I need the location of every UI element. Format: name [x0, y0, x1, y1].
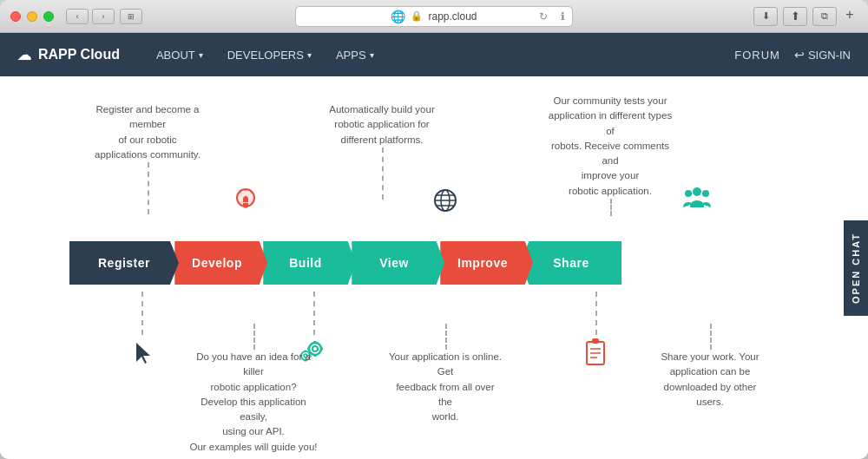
brand-name: RAPP Cloud: [38, 47, 120, 62]
titlebar-right: ⬇ ⬆ ⧉ +: [753, 7, 858, 26]
step-view[interactable]: View: [344, 241, 444, 285]
develop-icon-above: [198, 187, 293, 219]
lock-icon: 🔒: [411, 10, 423, 22]
share-button[interactable]: ⬆: [783, 7, 807, 26]
svg-point-10: [693, 187, 701, 196]
open-chat-button[interactable]: OPEN CHAT: [844, 220, 868, 316]
titlebar: ‹ › ⊞ 🌐 🔒 rapp.cloud ↻ ℹ ⬇ ⬆ ⧉ +: [0, 0, 868, 33]
share-icon-above: [658, 185, 736, 214]
tabs-button[interactable]: ⧉: [812, 7, 837, 26]
develop-bottom-desc: Do you have an idea for a killerrobotic …: [189, 350, 318, 455]
share-bottom-desc: Share your work. Yourapplication can bed…: [649, 350, 771, 410]
svg-point-11: [685, 190, 692, 197]
svg-line-3: [240, 192, 241, 193]
signin-link[interactable]: ↩ SIGN-IN: [794, 48, 851, 62]
apps-caret: ▾: [370, 50, 374, 60]
nav-developers[interactable]: DEVELOPERS ▾: [217, 43, 322, 67]
browser-window: ‹ › ⊞ 🌐 🔒 rapp.cloud ↻ ℹ ⬇ ⬆ ⧉ + ☁ RAPP …: [0, 0, 868, 459]
back-button[interactable]: ‹: [66, 9, 89, 24]
main-content: OPEN CHAT Register and become a memberof…: [0, 76, 868, 459]
improve-top-desc: Our community tests yourapplication in d…: [545, 94, 675, 199]
svg-rect-15: [314, 341, 317, 344]
nav-about[interactable]: ABOUT ▾: [146, 43, 214, 67]
close-button[interactable]: [10, 11, 21, 22]
browser-nav: ‹ ›: [66, 9, 115, 24]
build-bottom-line: [313, 292, 315, 335]
register-top-desc: Register and become a memberof our robot…: [87, 102, 208, 162]
steps-row: Register Develop Build View Improve: [69, 241, 621, 285]
window-button[interactable]: ⊞: [120, 9, 142, 24]
view-icon-above: [406, 187, 484, 217]
minimize-button[interactable]: [27, 11, 37, 22]
improve-icon-below: [545, 292, 646, 371]
navbar: ☁ RAPP Cloud ABOUT ▾ DEVELOPERS ▾ APPS ▾…: [0, 33, 868, 76]
developers-caret: ▾: [307, 50, 312, 60]
register-icon-below: [87, 292, 196, 370]
step-register[interactable]: Register: [69, 241, 179, 285]
refresh-icon[interactable]: ↻: [539, 10, 548, 23]
address-bar[interactable]: 🌐 🔒 rapp.cloud ↻ ℹ: [295, 6, 573, 27]
site-icon: 🌐: [391, 10, 405, 23]
traffic-lights: [10, 11, 54, 22]
svg-line-4: [251, 192, 253, 193]
improve-top-line: [610, 199, 612, 216]
brand[interactable]: ☁ RAPP Cloud: [17, 47, 120, 63]
forward-button[interactable]: ›: [92, 9, 115, 24]
view-bottom-desc: Your application is online. Getfeedback …: [389, 350, 502, 424]
step-share[interactable]: Share: [521, 241, 621, 285]
forum-link[interactable]: FORUM: [734, 49, 780, 62]
svg-rect-18: [320, 348, 323, 351]
download-button[interactable]: ⬇: [753, 7, 778, 26]
nav-links: ABOUT ▾ DEVELOPERS ▾ APPS ▾: [146, 43, 385, 67]
svg-rect-26: [592, 338, 599, 344]
svg-point-12: [702, 190, 709, 197]
build-top-desc: Automatically build yourrobotic applicat…: [321, 102, 443, 148]
view-bottom-line: [445, 324, 447, 350]
cloud-icon: ☁: [17, 47, 31, 63]
fullscreen-button[interactable]: [43, 11, 54, 22]
register-top-line: [148, 162, 149, 214]
info-icon[interactable]: ℹ: [561, 10, 565, 23]
improve-bottom-line: [595, 292, 597, 335]
build-top-line: [382, 148, 384, 200]
step-build[interactable]: Build: [255, 241, 356, 285]
develop-bottom-line: [253, 324, 255, 350]
nav-right: FORUM ↩ SIGN-IN: [734, 48, 851, 62]
step-improve[interactable]: Improve: [432, 241, 533, 285]
register-bottom-line: [141, 292, 143, 335]
workflow-diagram: Register and become a memberof our robot…: [69, 94, 799, 415]
url-text: rapp.cloud: [428, 10, 477, 23]
new-tab-button[interactable]: +: [842, 7, 858, 23]
nav-apps[interactable]: APPS ▾: [326, 43, 385, 67]
step-develop[interactable]: Develop: [167, 241, 267, 285]
signin-icon: ↩: [794, 48, 805, 62]
share-bottom-line: [710, 324, 712, 350]
about-caret: ▾: [199, 50, 203, 60]
